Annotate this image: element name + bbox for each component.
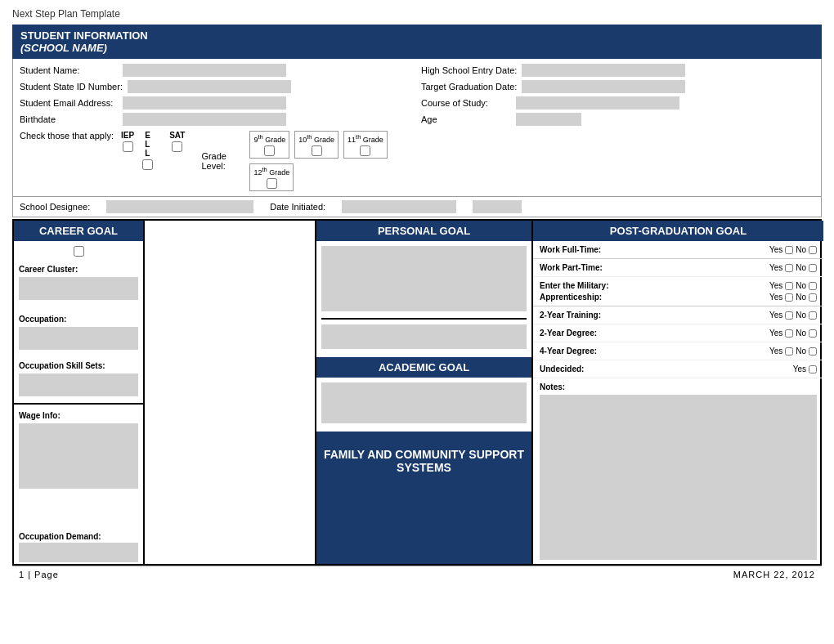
email-field[interactable] (123, 96, 286, 110)
grade11-checkbox[interactable] (360, 145, 370, 156)
skill-label: Occupation Skill Sets: (14, 358, 143, 370)
apprenticeship-yes[interactable] (785, 293, 793, 302)
degree2yr-label: 2-Year Degree: (540, 329, 597, 338)
grade10-label: 10th Grade (298, 133, 334, 144)
age-label: Age (421, 114, 511, 124)
degree4yr-no[interactable] (809, 347, 817, 356)
designee-row: School Designee: Date Initiated: (12, 197, 822, 217)
military-no[interactable] (809, 282, 817, 290)
age-field[interactable] (516, 113, 581, 126)
apprenticeship-no[interactable] (809, 293, 817, 302)
undecided-yes[interactable] (809, 365, 817, 373)
course-field[interactable] (516, 96, 679, 110)
name-field[interactable] (123, 64, 286, 77)
page-title: Next Step Plan Template (12, 8, 822, 20)
grade12-label: 12th Grade (253, 166, 289, 177)
grad-label: Target Graduation Date: (421, 82, 517, 92)
grade10-checkbox[interactable] (312, 145, 322, 156)
training2yr-no[interactable] (809, 311, 817, 320)
demand-field[interactable] (19, 543, 138, 562)
date-initiated-field[interactable] (342, 200, 456, 213)
iep-label: IEP (121, 131, 134, 140)
student-info-section: Student Name: Student State ID Number: S… (12, 59, 822, 197)
grade12-checkbox[interactable] (267, 178, 277, 189)
ell-checkbox[interactable] (142, 159, 153, 170)
work-parttime-yes[interactable] (785, 264, 793, 272)
iep-checkbox[interactable] (123, 141, 133, 152)
family-section: FAMILY AND COMMUNITY SUPPORT SYSTEMS (316, 432, 531, 564)
grade11-label: 11th Grade (348, 133, 383, 144)
apprenticeship-label: Apprenticeship: (540, 293, 602, 302)
work-parttime-label: Work Part-Time: (540, 263, 603, 272)
birthdate-label: Birthdate (20, 114, 118, 124)
training2yr-yes[interactable] (785, 311, 793, 320)
sat-label: SAT (169, 131, 185, 140)
name-label: Student Name: (20, 65, 118, 75)
skill-field[interactable] (19, 373, 138, 396)
extra-field[interactable] (473, 200, 522, 213)
career-header: CAREER GOAL (14, 221, 143, 241)
degree2yr-no[interactable] (809, 329, 817, 338)
work-fulltime-label: Work Full-Time: (540, 245, 601, 254)
header-banner: STUDENT INFORMATION (SCHOOL NAME) (12, 25, 822, 59)
career-col: CAREER GOAL Career Cluster: Occupation: … (14, 221, 145, 564)
check-label: Check those that apply: (20, 131, 118, 141)
degree4yr-label: 4-Year Degree: (540, 347, 597, 356)
course-label: Course of Study: (421, 98, 511, 108)
state-id-field[interactable] (128, 80, 291, 93)
work-parttime-no[interactable] (809, 264, 817, 272)
ell-label: E L L (145, 131, 150, 158)
hs-entry-label: High School Entry Date: (421, 65, 517, 75)
state-id-label: Student State ID Number: (20, 82, 123, 92)
school-designee-label: School Designee: (20, 202, 90, 212)
personal-header: PERSONAL GOAL (316, 221, 531, 241)
wage-label: Wage Info: (14, 408, 143, 420)
main-grid: CAREER GOAL Career Cluster: Occupation: … (12, 219, 822, 566)
degree4yr-yes[interactable] (785, 347, 793, 356)
occupation-label: Occupation: (14, 311, 143, 324)
cluster-field[interactable] (19, 277, 138, 300)
hs-entry-field[interactable] (522, 64, 685, 77)
banner-line1: STUDENT INFORMATION (20, 29, 814, 42)
sat-checkbox[interactable] (172, 141, 182, 152)
birthdate-field[interactable] (123, 113, 286, 126)
academic-field[interactable] (321, 382, 527, 423)
footer: 1 | Page MARCH 22, 2012 (12, 566, 822, 583)
notes-field[interactable] (540, 395, 817, 560)
cluster-label: Career Cluster: (14, 262, 143, 274)
post-header: POST-GRADUATION GOAL (533, 221, 823, 241)
notes-label: Notes: (540, 382, 817, 391)
date-initiated-label: Date Initiated: (270, 202, 325, 212)
family-header: FAMILY AND COMMUNITY SUPPORT SYSTEMS (320, 448, 528, 474)
personal-field-bottom[interactable] (321, 324, 527, 349)
post-col: POST-GRADUATION GOAL Work Full-Time: Yes… (533, 221, 823, 564)
wage-field[interactable] (19, 423, 138, 489)
grade9-label: 9th Grade (253, 133, 285, 144)
military-label: Enter the Military: (540, 281, 608, 290)
personal-field-top[interactable] (321, 246, 527, 311)
undecided-label: Undecided: (540, 364, 584, 373)
email-label: Student Email Address: (20, 98, 118, 108)
grad-field[interactable] (522, 80, 685, 93)
occupation-field[interactable] (19, 327, 138, 350)
personal-col: PERSONAL GOAL ACADEMIC GOAL FAMILY AND C… (316, 221, 533, 564)
middle-col (145, 221, 316, 564)
banner-line2: (SCHOOL NAME) (20, 42, 814, 54)
military-yes[interactable] (785, 282, 793, 290)
work-fulltime-yes[interactable] (785, 246, 793, 254)
career-checkbox[interactable] (74, 246, 84, 257)
page-number: 1 | Page (19, 570, 59, 579)
demand-label: Occupation Demand: (14, 529, 143, 541)
grade-level-label: Grade Level: (201, 151, 246, 171)
work-fulltime-no[interactable] (809, 246, 817, 254)
academic-header: ACADEMIC GOAL (316, 357, 531, 378)
degree2yr-yes[interactable] (785, 329, 793, 338)
school-designee-field[interactable] (106, 200, 253, 213)
grade9-checkbox[interactable] (264, 145, 275, 156)
footer-date: MARCH 22, 2012 (733, 570, 815, 579)
training2yr-label: 2-Year Training: (540, 311, 601, 320)
